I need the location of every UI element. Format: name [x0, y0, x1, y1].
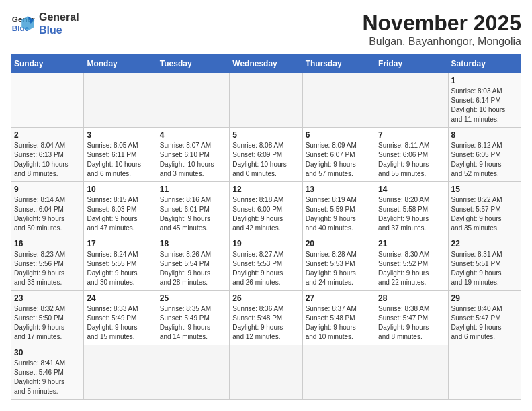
calendar-cell: 19Sunrise: 8:27 AM Sunset: 5:53 PM Dayli… [230, 236, 302, 291]
week-row-2: 9Sunrise: 8:14 AM Sunset: 6:04 PM Daylig… [11, 182, 521, 236]
day-info: Sunrise: 8:35 AM Sunset: 5:49 PM Dayligh… [160, 304, 226, 342]
day-number: 19 [232, 239, 299, 248]
calendar-cell: 9Sunrise: 8:14 AM Sunset: 6:04 PM Daylig… [11, 182, 84, 236]
calendar-cell: 11Sunrise: 8:16 AM Sunset: 6:01 PM Dayli… [157, 182, 229, 236]
day-number: 7 [378, 130, 445, 140]
day-number: 10 [87, 185, 153, 194]
title-section: November 2025 Bulgan, Bayanhongor, Mongo… [362, 11, 521, 48]
day-info: Sunrise: 8:41 AM Sunset: 5:46 PM Dayligh… [14, 359, 81, 396]
calendar-cell: 14Sunrise: 8:20 AM Sunset: 5:58 PM Dayli… [375, 182, 448, 236]
week-row-5: 30Sunrise: 8:41 AM Sunset: 5:46 PM Dayli… [11, 345, 521, 400]
calendar-cell [302, 345, 375, 400]
day-number: 25 [160, 293, 226, 303]
calendar-cell: 20Sunrise: 8:28 AM Sunset: 5:53 PM Dayli… [302, 236, 375, 291]
day-info: Sunrise: 8:26 AM Sunset: 5:54 PM Dayligh… [160, 250, 226, 287]
calendar-cell: 6Sunrise: 8:09 AM Sunset: 6:07 PM Daylig… [302, 128, 375, 182]
header: General Blue General Blue November 2025 … [11, 11, 521, 48]
day-info: Sunrise: 8:16 AM Sunset: 6:01 PM Dayligh… [160, 195, 226, 233]
calendar-cell: 16Sunrise: 8:23 AM Sunset: 5:56 PM Dayli… [11, 236, 84, 291]
day-number: 4 [160, 130, 226, 140]
day-number: 6 [306, 130, 372, 140]
day-number: 14 [378, 185, 445, 194]
day-number: 21 [378, 239, 445, 248]
calendar-cell: 25Sunrise: 8:35 AM Sunset: 5:49 PM Dayli… [157, 291, 229, 345]
calendar-cell: 12Sunrise: 8:18 AM Sunset: 6:00 PM Dayli… [230, 182, 302, 236]
calendar-cell: 7Sunrise: 8:11 AM Sunset: 6:06 PM Daylig… [375, 128, 448, 182]
calendar-cell: 23Sunrise: 8:32 AM Sunset: 5:50 PM Dayli… [11, 291, 84, 345]
day-info: Sunrise: 8:22 AM Sunset: 5:57 PM Dayligh… [451, 195, 518, 233]
day-number: 26 [232, 293, 299, 303]
calendar-cell [448, 345, 521, 400]
calendar-cell: 2Sunrise: 8:04 AM Sunset: 6:13 PM Daylig… [11, 128, 84, 182]
calendar-table: SundayMondayTuesdayWednesdayThursdayFrid… [11, 54, 521, 400]
day-header-tuesday: Tuesday [157, 55, 229, 73]
day-header-friday: Friday [375, 55, 448, 73]
day-number: 2 [14, 130, 81, 140]
calendar-cell: 13Sunrise: 8:19 AM Sunset: 5:59 PM Dayli… [302, 182, 375, 236]
calendar-title: November 2025 [362, 11, 521, 36]
calendar-cell: 22Sunrise: 8:31 AM Sunset: 5:51 PM Dayli… [448, 236, 521, 291]
day-number: 30 [14, 348, 81, 357]
day-info: Sunrise: 8:15 AM Sunset: 6:03 PM Dayligh… [87, 195, 153, 233]
day-info: Sunrise: 8:09 AM Sunset: 6:07 PM Dayligh… [306, 141, 372, 179]
calendar-cell: 15Sunrise: 8:22 AM Sunset: 5:57 PM Dayli… [448, 182, 521, 236]
calendar-cell [157, 73, 229, 128]
day-header-wednesday: Wednesday [230, 55, 302, 73]
day-number: 27 [306, 293, 372, 303]
calendar-body: 1Sunrise: 8:03 AM Sunset: 6:14 PM Daylig… [11, 73, 521, 400]
day-info: Sunrise: 8:20 AM Sunset: 5:58 PM Dayligh… [378, 195, 445, 233]
day-number: 17 [87, 239, 153, 248]
day-info: Sunrise: 8:38 AM Sunset: 5:47 PM Dayligh… [378, 304, 445, 342]
day-header-sunday: Sunday [11, 55, 84, 73]
day-number: 28 [378, 293, 445, 303]
calendar-cell: 18Sunrise: 8:26 AM Sunset: 5:54 PM Dayli… [157, 236, 229, 291]
day-info: Sunrise: 8:03 AM Sunset: 6:14 PM Dayligh… [451, 87, 518, 124]
calendar-cell: 28Sunrise: 8:38 AM Sunset: 5:47 PM Dayli… [375, 291, 448, 345]
day-number: 18 [160, 239, 226, 248]
day-info: Sunrise: 8:08 AM Sunset: 6:09 PM Dayligh… [232, 141, 299, 179]
day-info: Sunrise: 8:07 AM Sunset: 6:10 PM Dayligh… [160, 141, 226, 179]
calendar-cell: 1Sunrise: 8:03 AM Sunset: 6:14 PM Daylig… [448, 73, 521, 128]
day-number: 20 [306, 239, 372, 248]
day-info: Sunrise: 8:11 AM Sunset: 6:06 PM Dayligh… [378, 141, 445, 179]
week-row-0: 1Sunrise: 8:03 AM Sunset: 6:14 PM Daylig… [11, 73, 521, 128]
calendar-cell [375, 73, 448, 128]
day-number: 29 [451, 293, 518, 303]
calendar-cell: 29Sunrise: 8:40 AM Sunset: 5:47 PM Dayli… [448, 291, 521, 345]
logo: General Blue General Blue [11, 11, 79, 36]
day-header-saturday: Saturday [448, 55, 521, 73]
day-number: 9 [14, 185, 81, 194]
day-number: 23 [14, 293, 81, 303]
day-info: Sunrise: 8:40 AM Sunset: 5:47 PM Dayligh… [451, 304, 518, 342]
day-info: Sunrise: 8:05 AM Sunset: 6:11 PM Dayligh… [87, 141, 153, 179]
day-info: Sunrise: 8:12 AM Sunset: 6:05 PM Dayligh… [451, 141, 518, 179]
calendar-cell [157, 345, 229, 400]
calendar-cell: 8Sunrise: 8:12 AM Sunset: 6:05 PM Daylig… [448, 128, 521, 182]
week-row-3: 16Sunrise: 8:23 AM Sunset: 5:56 PM Dayli… [11, 236, 521, 291]
day-number: 3 [87, 130, 153, 140]
week-row-4: 23Sunrise: 8:32 AM Sunset: 5:50 PM Dayli… [11, 291, 521, 345]
day-info: Sunrise: 8:31 AM Sunset: 5:51 PM Dayligh… [451, 250, 518, 287]
day-info: Sunrise: 8:18 AM Sunset: 6:00 PM Dayligh… [232, 195, 299, 233]
calendar-cell: 21Sunrise: 8:30 AM Sunset: 5:52 PM Dayli… [375, 236, 448, 291]
day-number: 5 [232, 130, 299, 140]
calendar-cell [84, 345, 157, 400]
day-number: 24 [87, 293, 153, 303]
day-info: Sunrise: 8:30 AM Sunset: 5:52 PM Dayligh… [378, 250, 445, 287]
calendar-cell: 17Sunrise: 8:24 AM Sunset: 5:55 PM Dayli… [84, 236, 157, 291]
day-info: Sunrise: 8:28 AM Sunset: 5:53 PM Dayligh… [306, 250, 372, 287]
week-row-1: 2Sunrise: 8:04 AM Sunset: 6:13 PM Daylig… [11, 128, 521, 182]
day-header-thursday: Thursday [302, 55, 375, 73]
day-info: Sunrise: 8:32 AM Sunset: 5:50 PM Dayligh… [14, 304, 81, 342]
day-info: Sunrise: 8:27 AM Sunset: 5:53 PM Dayligh… [232, 250, 299, 287]
day-info: Sunrise: 8:23 AM Sunset: 5:56 PM Dayligh… [14, 250, 81, 287]
calendar-cell [11, 73, 84, 128]
day-number: 12 [232, 185, 299, 194]
day-info: Sunrise: 8:24 AM Sunset: 5:55 PM Dayligh… [87, 250, 153, 287]
calendar-cell [302, 73, 375, 128]
calendar-cell [230, 345, 302, 400]
logo-general: General [39, 11, 79, 24]
day-number: 8 [451, 130, 518, 140]
logo-blue: Blue [39, 24, 79, 36]
calendar-cell [375, 345, 448, 400]
